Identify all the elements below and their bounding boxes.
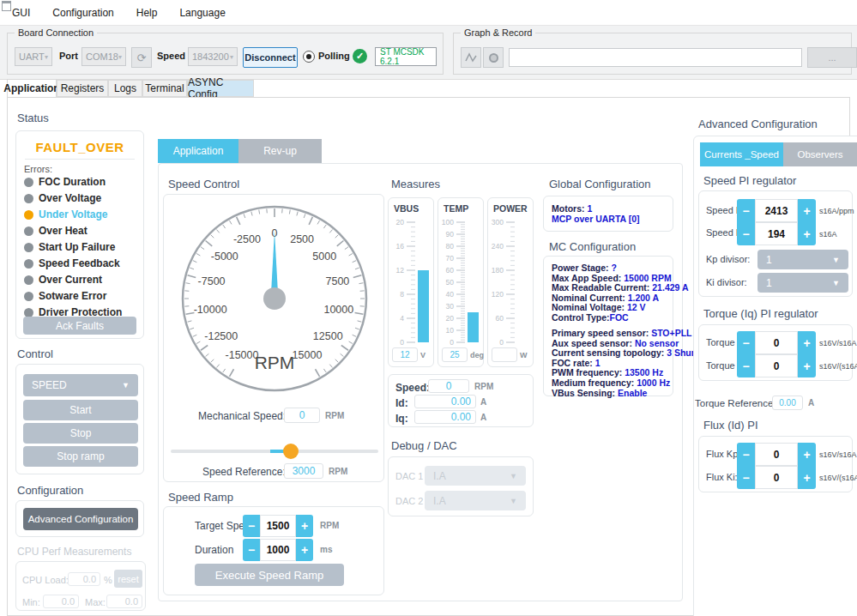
speed-kp-decrement[interactable]: − — [737, 199, 755, 222]
speed-ki-input[interactable]: 194 — [755, 222, 798, 245]
torque-kp-decrement[interactable]: − — [737, 331, 755, 354]
svg-text:15000: 15000 — [293, 349, 323, 361]
start-button[interactable]: Start — [23, 400, 138, 420]
speed-slider[interactable] — [171, 444, 378, 459]
refresh-ports-button[interactable]: ⟳ — [131, 47, 152, 68]
target-speed-decrement[interactable]: − — [243, 515, 260, 537]
advanced-configuration-panel-label: Advanced Configuration — [698, 118, 818, 130]
tab-logs[interactable]: Logs — [108, 80, 142, 97]
kp-divisor-select[interactable]: 1▼ — [757, 250, 848, 269]
torque-kp-increment[interactable]: + — [798, 331, 816, 354]
power-meter: POWER 300240180120600 W — [487, 197, 534, 367]
menu-bar: GUI Configuration Help Language — [0, 0, 857, 26]
target-speed-input[interactable]: 1500 — [260, 515, 296, 537]
svg-text:-12500: -12500 — [204, 330, 238, 342]
configuration-section-label: Configuration — [17, 484, 83, 497]
flux-kp-decrement[interactable]: − — [737, 443, 755, 466]
svg-text:-5000: -5000 — [211, 251, 238, 263]
stop-button[interactable]: Stop — [23, 423, 138, 444]
speed-ki-decrement[interactable]: − — [737, 222, 755, 245]
target-speed-unit: RPM — [320, 521, 339, 530]
tab-application[interactable]: Application — [7, 79, 57, 98]
speed-kp-increment[interactable]: + — [798, 199, 816, 222]
ki-divisor-select[interactable]: 1▼ — [757, 273, 848, 293]
menu-help[interactable]: Help — [136, 7, 158, 19]
toolbar: Board Connection UART▾ Port COM18▾ ⟳ Spe… — [0, 26, 857, 80]
speed-slider-handle[interactable] — [283, 444, 299, 459]
flux-ki-unit: s16V/(s16A.ppm) — [819, 474, 857, 482]
menu-gui[interactable]: GUI — [12, 7, 30, 19]
svg-text:60: 60 — [446, 266, 455, 275]
torque-ki-decrement[interactable]: − — [737, 354, 755, 377]
svg-text:-7500: -7500 — [198, 275, 226, 287]
cpu-reset-button[interactable]: reset — [114, 570, 142, 588]
flux-kp-increment[interactable]: + — [798, 443, 816, 466]
record-button[interactable] — [483, 47, 504, 68]
mechanical-speed-unit: RPM — [325, 411, 344, 420]
tab-async-config[interactable]: ASYNC Config — [187, 80, 254, 97]
duration-input[interactable]: 1000 — [260, 539, 296, 561]
speed-pi-card: Speed Kp: − 2413 + s16A/ppm Speed Ki: − … — [698, 190, 853, 297]
status-card: FAULT_OVER Errors: FOC Duration Over Vol… — [15, 130, 144, 339]
control-mode-select[interactable]: SPEED▼ — [23, 374, 138, 396]
browse-button[interactable]: ... — [807, 47, 857, 68]
vbus-value[interactable]: 12 — [392, 347, 418, 362]
duration-decrement[interactable]: − — [243, 539, 260, 561]
advanced-configuration-button[interactable]: Advanced Configuration — [23, 508, 138, 530]
menu-configuration[interactable]: Configuration — [52, 7, 113, 19]
stop-ramp-button[interactable]: Stop ramp — [23, 446, 138, 467]
error-dot — [24, 210, 33, 220]
error-dot — [24, 259, 33, 269]
flux-kp-input[interactable]: 0 — [755, 443, 798, 466]
speed-ki-increment[interactable]: + — [798, 222, 816, 245]
graph-button[interactable] — [461, 47, 481, 68]
dac1-select[interactable]: I.A▼ — [425, 466, 526, 486]
polling-radio[interactable] — [303, 51, 315, 63]
error-over-voltage: Over Voltage — [24, 192, 101, 204]
error-start-up-failure: Start Up Failure — [24, 241, 115, 253]
svg-text:10000: 10000 — [323, 304, 353, 316]
cpu-load-label: CPU Load: — [22, 575, 69, 585]
iq-readout-label: Iq: — [395, 413, 408, 425]
torque-reference-value[interactable]: 0.00 — [772, 396, 803, 410]
tab-registers[interactable]: Registers — [57, 80, 108, 97]
configuration-card: Advanced Configuration — [15, 500, 144, 537]
baud-select[interactable]: 1843200▾ — [188, 47, 238, 66]
power-value[interactable] — [492, 347, 517, 362]
tab-revup[interactable]: Rev-up — [238, 139, 322, 163]
tab-observers[interactable]: Observers — [783, 142, 857, 166]
dac2-select[interactable]: I.A▼ — [425, 491, 526, 510]
error-dot — [24, 308, 33, 317]
duration-increment[interactable]: + — [296, 539, 313, 561]
torque-kp-input[interactable]: 0 — [755, 331, 798, 354]
flux-ki-increment[interactable]: + — [798, 466, 816, 489]
id-readout-value[interactable]: 0.00 — [414, 395, 476, 408]
fault-state-text: FAULT_OVER — [16, 140, 143, 154]
port-select[interactable]: COM18▾ — [81, 47, 126, 66]
dac1-label: DAC 1 — [395, 471, 423, 481]
mechanical-speed-value[interactable]: 0 — [284, 408, 320, 423]
temp-value[interactable]: 25 — [442, 347, 468, 362]
record-file-input[interactable] — [509, 48, 802, 67]
tab-application-inner[interactable]: Application — [158, 139, 238, 163]
firmware-version-field[interactable]: ST MCSDK 6.2.1 — [375, 47, 437, 66]
target-speed-increment[interactable]: + — [296, 515, 313, 537]
disconnect-button[interactable]: Disconnect — [243, 47, 298, 68]
speed-kp-input[interactable]: 2413 — [755, 199, 798, 222]
interface-select[interactable]: UART▾ — [15, 47, 52, 66]
execute-speed-ramp-button[interactable]: Execute Speed Ramp — [195, 564, 344, 586]
speed-readout-value[interactable]: 0 — [428, 379, 469, 393]
torque-ki-increment[interactable]: + — [798, 354, 816, 377]
flux-ki-input[interactable]: 0 — [755, 466, 798, 489]
torque-ki-input[interactable]: 0 — [755, 354, 798, 377]
ack-faults-button[interactable]: Ack Faults — [23, 317, 136, 335]
speed-control-card: -15000-12500-10000-7500-5000-25000250050… — [163, 194, 384, 482]
iq-readout-value[interactable]: 0.00 — [414, 410, 476, 424]
speed-reference-value[interactable]: 3000 — [284, 463, 323, 479]
tab-terminal[interactable]: Terminal — [142, 80, 187, 97]
flux-ki-decrement[interactable]: − — [737, 466, 755, 489]
polling-label: Polling — [318, 51, 350, 61]
menu-language[interactable]: Language — [179, 7, 225, 19]
tab-currents-speed[interactable]: Currents _Speed — [700, 142, 783, 166]
flux-kp-unit: s16V/s16A — [819, 450, 857, 459]
